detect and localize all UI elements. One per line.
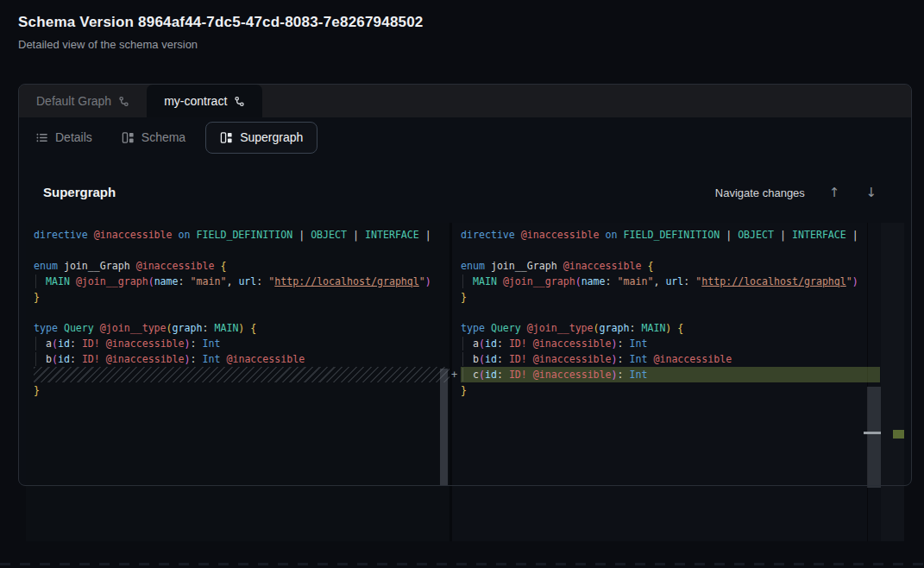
tab-details[interactable]: Details bbox=[21, 122, 107, 154]
code-line: } bbox=[452, 382, 880, 398]
code-line: b(id: ID! @inaccessible): Int @inaccessi… bbox=[26, 351, 449, 367]
code-line: a(id: ID! @inaccessible): Int bbox=[26, 336, 449, 351]
split-panels-icon bbox=[122, 131, 135, 144]
code-line: } bbox=[452, 289, 880, 305]
code-line bbox=[452, 243, 880, 258]
diff-placeholder-line bbox=[34, 367, 449, 382]
tab-supergraph[interactable]: Supergraph bbox=[205, 122, 317, 154]
diff-modified-pane[interactable]: directive @inaccessible on FIELD_DEFINIT… bbox=[452, 223, 880, 541]
code-line: directive @inaccessible on FIELD_DEFINIT… bbox=[26, 227, 449, 243]
diff-original-pane[interactable]: directive @inaccessible on FIELD_DEFINIT… bbox=[26, 223, 449, 541]
code-line: type Query @join__type(graph: MAIN) { bbox=[452, 320, 880, 336]
overview-ruler bbox=[881, 223, 904, 541]
tab-schema[interactable]: Schema bbox=[107, 122, 200, 154]
navigate-changes-label: Navigate changes bbox=[715, 186, 805, 199]
page-title: Schema Version 8964af44-7dc5-47cd-8083-7… bbox=[18, 14, 424, 31]
branch-icon bbox=[234, 96, 245, 107]
tab-label: Default Graph bbox=[36, 94, 111, 108]
left-pane-scrollbar[interactable] bbox=[440, 369, 448, 486]
panel-title: Supergraph bbox=[43, 185, 116, 199]
navigate-down-button[interactable]: ↓ bbox=[858, 183, 883, 202]
scroll-position-marker bbox=[864, 432, 881, 434]
navigate-changes-controls: Navigate changes ↑ ↓ bbox=[715, 183, 883, 202]
bottom-dashed-divider bbox=[0, 563, 924, 565]
up-arrow-icon: ↑ bbox=[829, 185, 840, 200]
code-line: directive @inaccessible on FIELD_DEFINIT… bbox=[452, 227, 880, 243]
tab-default-graph[interactable]: Default Graph bbox=[19, 85, 147, 117]
tab-my-contract[interactable]: my-contract bbox=[147, 85, 262, 117]
code-line: } bbox=[26, 382, 449, 398]
navigate-up-button[interactable]: ↑ bbox=[822, 183, 847, 202]
right-pane-scrollbar[interactable] bbox=[867, 387, 881, 488]
code-line: a(id: ID! @inaccessible): Int bbox=[452, 336, 880, 351]
added-change-overview-mark bbox=[893, 430, 904, 439]
code-line: b(id: ID! @inaccessible): Int @inaccessi… bbox=[452, 351, 880, 367]
split-panels-icon bbox=[220, 131, 233, 144]
tab-label: Supergraph bbox=[240, 130, 303, 144]
code-line: } bbox=[26, 289, 449, 305]
list-icon bbox=[35, 131, 48, 144]
code-line: type Query @join__type(graph: MAIN) { bbox=[26, 320, 449, 336]
code-line bbox=[452, 305, 880, 320]
code-line bbox=[26, 305, 449, 320]
added-line-marker: + bbox=[448, 367, 461, 382]
page-subtitle: Detailed view of the schema version bbox=[18, 38, 198, 51]
graph-tab-bar: Default Graph my-contract bbox=[19, 85, 911, 117]
code-line: MAIN @join__graph(name: "main", url: "ht… bbox=[452, 274, 880, 289]
branch-icon bbox=[118, 96, 129, 107]
code-line: MAIN @join__graph(name: "main", url: "ht… bbox=[26, 274, 449, 289]
view-tab-bar: Details Schema Supergraph bbox=[18, 119, 911, 155]
code-line: enum join__Graph @inaccessible { bbox=[452, 258, 880, 274]
tab-label: Schema bbox=[141, 130, 185, 144]
code-line bbox=[26, 243, 449, 258]
down-arrow-icon: ↓ bbox=[865, 185, 877, 200]
diff-added-line: c(id: ID! @inaccessible): Int bbox=[461, 367, 880, 382]
tab-label: Details bbox=[55, 130, 92, 144]
tab-label: my-contract bbox=[164, 94, 227, 108]
code-line: enum join__Graph @inaccessible { bbox=[26, 258, 449, 274]
